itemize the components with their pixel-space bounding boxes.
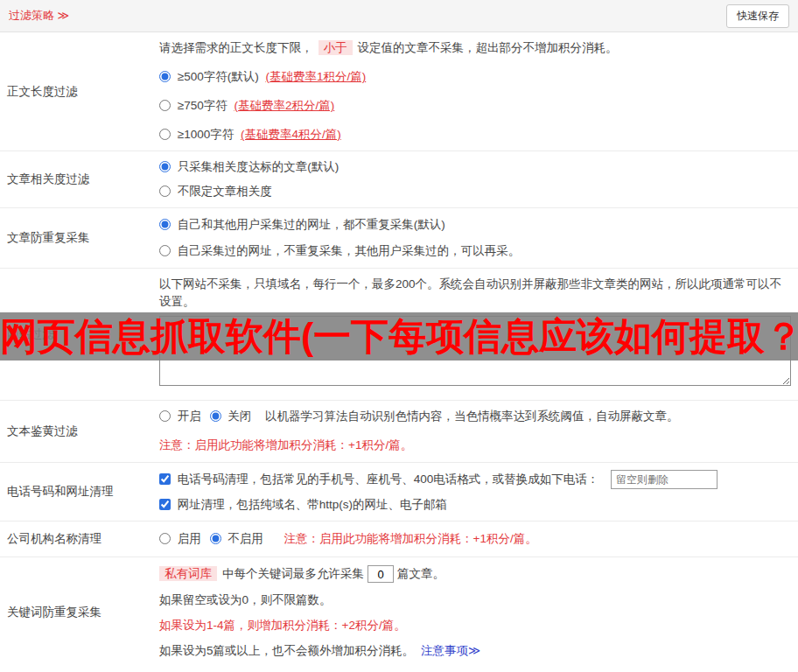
radio-label: 自己采集过的网址，不重复采集，其他用户采集过的，可以再采。 — [178, 244, 521, 257]
checkbox-url-clean[interactable] — [159, 499, 171, 510]
porn-filter-desc: 以机器学习算法自动识别色情内容，当色情概率达到系统阈值，自动屏蔽文章。 — [265, 410, 679, 423]
row-porn-filter: 文本鉴黄过滤 开启 关闭 以机器学习算法自动识别色情内容，当色情概率达到系统阈值… — [0, 401, 798, 463]
row-url-dedup: 文章防重复采集 自己和其他用户采集过的网址，都不重复采集(默认) 自己采集过的网… — [0, 208, 798, 269]
row-label-phone-url-clean: 电话号码和网址清理 — [0, 463, 159, 521]
radio-porn-on[interactable] — [159, 410, 171, 422]
site-block-desc: 以下网站不采集，只填域名，每行一个，最多200个。系统会自动识别并屏蔽那些非文章… — [159, 276, 791, 311]
row-label-relevance: 文章相关度过滤 — [0, 151, 159, 207]
radio-company-on[interactable] — [159, 533, 171, 544]
radio-option-porn-on[interactable]: 开启 — [159, 410, 205, 423]
radio-relevance-strict[interactable] — [159, 161, 171, 172]
intro-text-post: 设定值的文章不采集，超出部分不增加积分消耗。 — [358, 41, 618, 54]
checkbox-label: 网址清理，包括纯域名、带http(s)的网址、电子邮箱 — [178, 498, 447, 511]
radio-label: 开启 — [178, 410, 201, 423]
row-label-keyword-dedup: 关键词防重复采集 — [0, 557, 159, 667]
radio-option-500-chars[interactable]: ≥500字符(默认) (基础费率1积分/篇) — [159, 68, 791, 86]
topbar: 过滤策略 ≫ 快速保存 — [0, 0, 798, 32]
radio-label: 不限定文章相关度 — [178, 185, 272, 198]
radio-label: 只采集相关度达标的文章(默认) — [178, 160, 340, 173]
company-clean-warning: 注意：启用此功能将增加积分消耗：+1积分/篇。 — [284, 532, 537, 545]
rate-note-3: (基础费率4积分/篇) — [241, 128, 341, 141]
porn-filter-warning: 注意：启用此功能将增加积分消耗：+1积分/篇。 — [159, 437, 791, 454]
rate-note-1: (基础费率1积分/篇) — [265, 70, 366, 83]
row-phone-url-clean: 电话号码和网址清理 电话号码清理，包括常见的手机号、座机号、400电话格式，或替… — [0, 463, 798, 522]
row-label-body-length: 正文长度过滤 — [0, 32, 159, 150]
keyword-note-zero: 如果留空或设为0，则不限篇数。 — [159, 592, 791, 609]
radio-750-chars[interactable] — [159, 100, 171, 111]
radio-option-dedup-all[interactable]: 自己和其他用户采集过的网址，都不重复采集(默认) — [159, 216, 791, 234]
checkbox-option-phone-clean[interactable]: 电话号码清理，包括常见的手机号、座机号、400电话格式，或替换成如下电话： — [159, 472, 602, 486]
keyword-note-1-4: 如果设为1-4篇，则增加积分消耗：+2积分/篇。 — [159, 617, 791, 634]
radio-option-relevance-any[interactable]: 不限定文章相关度 — [159, 183, 791, 200]
radio-1000-chars[interactable] — [159, 129, 171, 140]
row-label-company-clean: 公司机构名称清理 — [0, 522, 159, 556]
less-than-badge: 小于 — [318, 40, 353, 55]
row-keyword-dedup: 关键词防重复采集 私有词库中每个关键词最多允许采集篇文章。 如果留空或设为0，则… — [0, 557, 798, 667]
body-length-intro: 请选择需求的正文长度下限，小于设定值的文章不采集，超出部分不增加积分消耗。 — [159, 39, 791, 57]
private-lexicon-badge: 私有词库 — [159, 566, 217, 581]
keyword-note-5plus: 如果设为5篇或以上，也不会额外增加积分消耗。 — [159, 644, 414, 657]
keyword-line1-text: 中每个关键词最多允许采集 — [222, 567, 364, 580]
radio-label: ≥1000字符 — [178, 128, 234, 141]
row-relevance-filter: 文章相关度过滤 只采集相关度达标的文章(默认) 不限定文章相关度 — [0, 151, 798, 208]
checkbox-label: 电话号码清理，包括常见的手机号、座机号、400电话格式，或替换成如下电话： — [178, 472, 599, 486]
notice-link[interactable]: 注意事项≫ — [421, 644, 480, 657]
intro-text-pre: 请选择需求的正文长度下限， — [159, 41, 313, 54]
radio-relevance-any[interactable] — [159, 186, 171, 197]
radio-dedup-own[interactable] — [159, 245, 171, 256]
row-body-length-filter: 正文长度过滤 请选择需求的正文长度下限，小于设定值的文章不采集，超出部分不增加积… — [0, 32, 798, 151]
keyword-count-input[interactable] — [368, 565, 394, 583]
watermark-overlay: 网页信息抓取软件(一下每项信息应该如何提取？( — [0, 312, 798, 360]
radio-option-dedup-own[interactable]: 自己采集过的网址，不重复采集，其他用户采集过的，可以再采。 — [159, 242, 791, 260]
row-label-url-dedup: 文章防重复采集 — [0, 208, 159, 268]
radio-option-750-chars[interactable]: ≥750字符 (基础费率2积分/篇) — [159, 97, 791, 115]
radio-company-off[interactable] — [210, 533, 221, 544]
radio-option-porn-off[interactable]: 关闭 — [210, 410, 256, 423]
row-company-clean: 公司机构名称清理 启用 不启用 注意：启用此功能将增加积分消耗：+1积分/篇。 — [0, 522, 798, 557]
radio-dedup-all[interactable] — [159, 219, 171, 230]
phone-replacement-input[interactable] — [611, 470, 718, 489]
radio-label: ≥500字符(默认) — [178, 70, 259, 83]
radio-option-1000-chars[interactable]: ≥1000字符 (基础费率4积分/篇) — [159, 126, 791, 144]
checkbox-phone-clean[interactable] — [159, 473, 171, 485]
radio-label: 自己和其他用户采集过的网址，都不重复采集(默认) — [178, 218, 445, 231]
keyword-line1-end: 篇文章。 — [397, 567, 444, 580]
radio-label: ≥750字符 — [178, 99, 228, 112]
radio-label: 关闭 — [228, 410, 251, 423]
radio-option-company-on[interactable]: 启用 — [159, 532, 205, 545]
page-title: 过滤策略 ≫ — [9, 8, 69, 24]
quick-save-button[interactable]: 快速保存 — [726, 4, 789, 28]
radio-500-chars[interactable] — [159, 71, 171, 82]
radio-option-company-off[interactable]: 不启用 — [210, 532, 267, 545]
radio-option-relevance-strict[interactable]: 只采集相关度达标的文章(默认) — [159, 158, 791, 176]
radio-porn-off[interactable] — [210, 410, 221, 422]
filter-strategy-page: 过滤策略 ≫ 快速保存 正文长度过滤 请选择需求的正文长度下限，小于设定值的文章… — [0, 0, 798, 667]
rate-note-2: (基础费率2积分/篇) — [234, 99, 334, 112]
row-label-porn-filter: 文本鉴黄过滤 — [0, 401, 159, 462]
radio-label: 启用 — [178, 532, 201, 545]
checkbox-option-url-clean[interactable]: 网址清理，包括纯域名、带http(s)的网址、电子邮箱 — [159, 496, 791, 514]
radio-label: 不启用 — [228, 532, 263, 545]
